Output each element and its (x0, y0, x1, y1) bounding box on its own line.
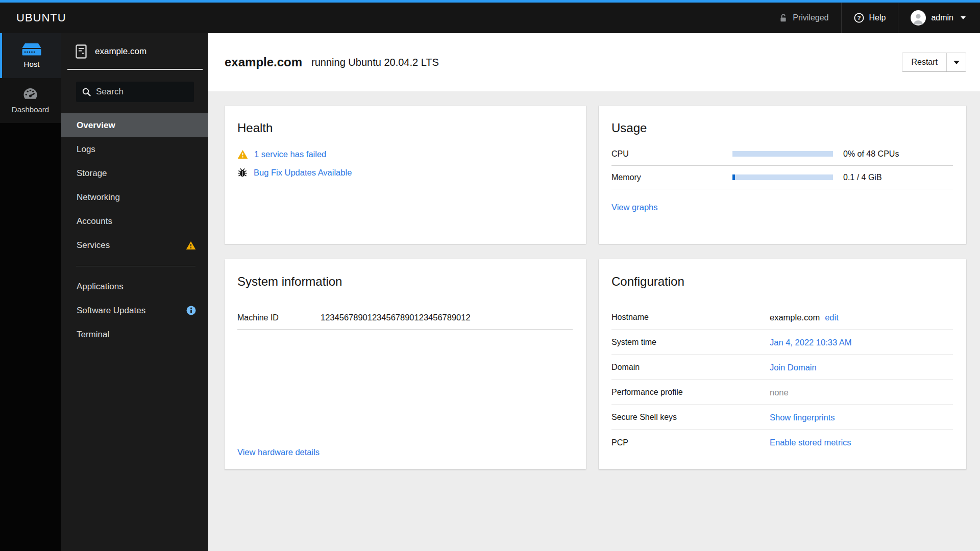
restart-dropdown-toggle[interactable] (946, 53, 966, 71)
sidebar-item-overview[interactable]: Overview (61, 113, 208, 137)
host-name: example.com (95, 46, 146, 57)
show-fingerprints-link[interactable]: Show fingerprints (770, 413, 835, 422)
page-title: example.com (225, 55, 302, 69)
restart-split-button: Restart (902, 53, 966, 72)
nav-label: Applications (77, 282, 124, 292)
health-title: Health (237, 121, 573, 135)
nav-label: Logs (77, 144, 95, 155)
health-item-bug-fix: Bug Fix Updates Available (237, 167, 573, 178)
host-header: example.com (61, 33, 208, 69)
pcp-label: PCP (611, 438, 770, 447)
nav-label: Storage (77, 168, 107, 179)
bug-icon (237, 167, 248, 178)
restart-button[interactable]: Restart (902, 53, 946, 71)
privileged-label: Privileged (793, 13, 828, 22)
brand-logo: UBUNTU (0, 3, 83, 33)
sidebar-divider (67, 69, 203, 70)
sidebar-nav: Overview Logs Storage Networking Account… (61, 113, 208, 346)
sidebar-item-terminal[interactable]: Terminal (61, 322, 208, 346)
sidebar-item-applications[interactable]: Applications (61, 274, 208, 298)
page-subtitle: running Ubuntu 20.04.2 LTS (311, 57, 439, 68)
usage-card: Usage CPU 0% of 48 CPUs Memory (599, 106, 966, 244)
rail-host-label: Host (24, 60, 40, 68)
page-header: example.com running Ubuntu 20.04.2 LTS R… (208, 33, 980, 91)
hostname-row: Hostname example.com edit (611, 305, 953, 330)
hostname-edit-link[interactable]: edit (825, 313, 839, 322)
secure-shell-keys-label: Secure Shell keys (611, 413, 770, 422)
system-information-title: System information (237, 274, 573, 289)
performance-profile-row: Performance profile none (611, 380, 953, 405)
sidebar-item-networking[interactable]: Networking (61, 185, 208, 209)
app-rail: Host Dashboard (0, 33, 61, 551)
cpu-progress-bar (732, 151, 833, 157)
rail-item-dashboard[interactable]: Dashboard (0, 78, 61, 123)
warning-triangle-icon (186, 241, 196, 250)
view-graphs-link[interactable]: View graphs (611, 203, 953, 212)
memory-label: Memory (611, 173, 732, 182)
domain-label: Domain (611, 363, 770, 372)
question-circle-icon: ? (854, 13, 864, 23)
nav-label: Services (77, 240, 110, 251)
masthead: UBUNTU Privileged ? Help (0, 0, 980, 33)
overview-grid: Health 1 service has failed (208, 91, 980, 469)
rail-item-host[interactable]: Host (0, 33, 61, 78)
failed-service-link[interactable]: 1 service has failed (254, 149, 326, 159)
nav-label: Accounts (77, 216, 112, 227)
enable-stored-metrics-link[interactable]: Enable stored metrics (770, 438, 851, 447)
sidebar-item-logs[interactable]: Logs (61, 137, 208, 161)
hostname-label: Hostname (611, 313, 770, 322)
nav-label: Networking (77, 192, 120, 203)
host-sidebar: example.com Overview Logs Storage (61, 33, 208, 551)
machine-id-value: 12345678901234567890123456789012 (321, 313, 471, 322)
sidebar-item-accounts[interactable]: Accounts (61, 209, 208, 233)
info-circle-icon (186, 306, 196, 315)
machine-id-label: Machine ID (237, 313, 321, 322)
configuration-card: Configuration Hostname example.com edit … (599, 259, 966, 469)
health-item-failed-service: 1 service has failed (237, 149, 573, 159)
performance-profile-label: Performance profile (611, 388, 770, 397)
rail-dashboard-label: Dashboard (12, 105, 49, 114)
sidebar-item-storage[interactable]: Storage (61, 161, 208, 185)
memory-usage-row: Memory 0.1 / 4 GiB (611, 166, 953, 189)
health-card: Health 1 service has failed (225, 106, 586, 244)
view-hardware-details-link[interactable]: View hardware details (237, 447, 573, 457)
system-time-link[interactable]: Jan 4, 2022 10:33 AM (770, 338, 852, 347)
cpu-usage-row: CPU 0% of 48 CPUs (611, 142, 953, 166)
sidebar-item-services[interactable]: Services (61, 233, 208, 257)
memory-progress-bar (732, 174, 833, 180)
system-time-label: System time (611, 338, 770, 347)
usage-title: Usage (611, 121, 953, 135)
secure-shell-keys-row: Secure Shell keys Show fingerprints (611, 405, 953, 430)
system-information-card: System information Machine ID 1234567890… (225, 259, 586, 469)
gauge-icon (22, 87, 38, 102)
privileged-indicator[interactable]: Privileged (767, 3, 841, 33)
main-area: example.com running Ubuntu 20.04.2 LTS R… (208, 33, 980, 551)
unlock-icon (779, 14, 788, 22)
machine-id-row: Machine ID 12345678901234567890123456789… (237, 306, 573, 330)
svg-text:?: ? (857, 15, 861, 21)
performance-profile-value: none (770, 388, 789, 397)
nav-label: Software Updates (77, 306, 145, 316)
bug-fix-updates-link[interactable]: Bug Fix Updates Available (254, 168, 352, 178)
chevron-down-icon (961, 16, 966, 19)
search-icon (82, 88, 91, 96)
nav-section-divider (76, 266, 195, 266)
help-menu[interactable]: ? Help (841, 3, 898, 33)
nav-label: Terminal (77, 330, 109, 340)
help-label: Help (869, 13, 886, 22)
sidebar-item-software-updates[interactable]: Software Updates (61, 298, 208, 322)
username-label: admin (931, 13, 953, 22)
configuration-title: Configuration (611, 274, 953, 289)
domain-row: Domain Join Domain (611, 355, 953, 380)
server-icon (21, 43, 42, 56)
system-time-row: System time Jan 4, 2022 10:33 AM (611, 330, 953, 355)
join-domain-link[interactable]: Join Domain (770, 363, 817, 372)
masthead-actions: Privileged ? Help (767, 3, 980, 33)
avatar (911, 10, 926, 26)
nav-label: Overview (77, 120, 115, 131)
hostname-value: example.com (770, 313, 820, 322)
search-box[interactable] (76, 82, 194, 102)
search-input[interactable] (96, 87, 188, 97)
chevron-down-icon (953, 61, 960, 64)
user-menu[interactable]: admin (898, 3, 980, 33)
